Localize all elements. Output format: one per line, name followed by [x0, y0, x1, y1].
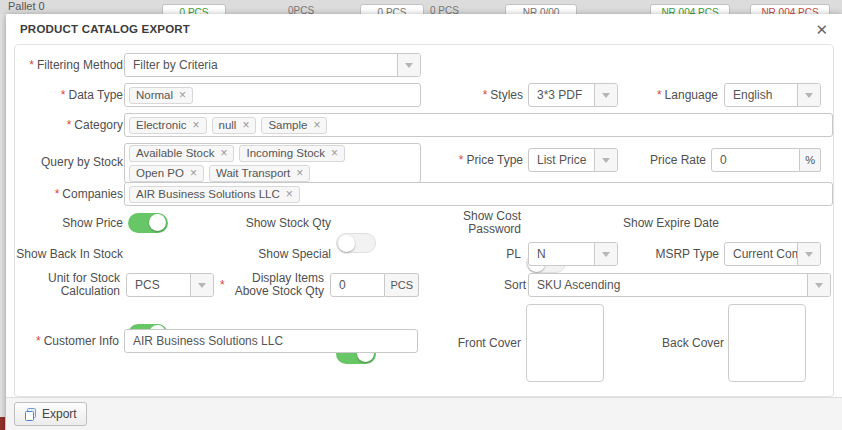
sort-select[interactable]: SKU Ascending — [528, 273, 831, 297]
tag: AIR Business Solutions LLC× — [129, 186, 300, 203]
required-asterisk: * — [29, 59, 34, 72]
sort-value: SKU Ascending — [529, 274, 807, 296]
companies-label: * Companies — [15, 182, 123, 206]
display-items-above-input[interactable]: 0 — [330, 273, 385, 297]
export-button[interactable]: Export — [14, 402, 87, 426]
customer-info-input[interactable]: AIR Business Solutions LLC — [124, 329, 418, 353]
show-special-label: Show Special — [215, 242, 331, 266]
form-panel: * Filtering Method Filter by Criteria * … — [14, 44, 834, 397]
filtering-method-label: * Filtering Method — [15, 53, 123, 77]
show-back-in-stock-label: Show Back In Stock — [15, 242, 123, 266]
display-items-above-label: * Display Items Above Stock Qty — [220, 271, 324, 299]
back-cover-upload-box[interactable] — [728, 304, 806, 382]
required-asterisk: * — [67, 119, 72, 132]
unit-for-stock-select[interactable]: PCS — [126, 273, 214, 297]
data-type-label: * Data Type — [15, 83, 123, 107]
msrp-type-value: Current Com... — [725, 243, 797, 265]
required-asterisk: * — [61, 89, 66, 102]
sort-label: Sort — [435, 273, 526, 297]
dropdown-arrow-icon[interactable] — [797, 84, 820, 106]
tag: Open PO× — [129, 165, 204, 182]
dialog-footer: Export — [6, 397, 842, 430]
dropdown-arrow-icon[interactable] — [797, 243, 820, 265]
tag: Sample× — [261, 117, 327, 134]
query-by-stock-taginput[interactable]: Available Stock× Incoming Stock× Open PO… — [124, 143, 421, 183]
show-price-toggle[interactable] — [128, 213, 168, 233]
show-stock-qty-label: Show Stock Qty — [215, 212, 331, 234]
back-cover-label: Back Cover — [635, 331, 724, 355]
price-rate-input[interactable]: 0 — [711, 148, 800, 172]
show-expire-date-label: Show Expire Date — [605, 212, 719, 234]
language-label: * Language — [628, 83, 718, 107]
front-cover-label: Front Cover — [435, 331, 521, 355]
msrp-type-label: MSRP Type — [605, 242, 719, 266]
dropdown-arrow-icon[interactable] — [594, 149, 617, 171]
tag: Electronic× — [129, 117, 207, 134]
required-asterisk: * — [657, 89, 662, 102]
companies-taginput[interactable]: AIR Business Solutions LLC× — [124, 182, 833, 206]
price-type-label: * Price Type — [435, 148, 523, 172]
background-cell: NR 004 PCS — [650, 4, 730, 14]
tag-remove-icon[interactable]: × — [190, 167, 197, 179]
styles-select[interactable]: 3*3 PDF — [528, 83, 618, 107]
tag: null× — [212, 117, 257, 134]
background-cell: NR 0/00 — [505, 4, 577, 14]
tag: Normal× — [129, 87, 193, 104]
background-cell: 0PCS — [288, 5, 314, 14]
dialog-title: PRODUCT CATALOG EXPORT — [20, 23, 190, 35]
price-rate-suffix: % — [800, 148, 821, 172]
query-by-stock-label: Query by Stock — [15, 143, 123, 181]
tag-remove-icon[interactable]: × — [313, 119, 320, 131]
tag: Wait Transport× — [209, 165, 310, 182]
price-type-value: List Price — [529, 149, 594, 171]
tag-remove-icon[interactable]: × — [331, 147, 338, 159]
display-items-above-group: 0 PCS — [330, 273, 419, 297]
pallet-label: Pallet 0 — [8, 0, 45, 12]
required-asterisk: * — [36, 335, 41, 348]
dropdown-arrow-icon[interactable] — [397, 54, 420, 76]
show-price-label: Show Price — [15, 212, 123, 234]
display-items-above-suffix: PCS — [385, 273, 419, 297]
customer-info-label: * Customer Info — [15, 329, 119, 353]
tag: Incoming Stock× — [239, 145, 345, 162]
product-catalog-export-dialog: PRODUCT CATALOG EXPORT ✕ * Filtering Met… — [6, 14, 842, 430]
tag-remove-icon[interactable]: × — [286, 188, 293, 200]
category-label: * Category — [15, 113, 123, 137]
background-cell: 0 PCS — [430, 5, 459, 14]
unit-for-stock-label: Unit for Stock Calculation — [15, 271, 120, 299]
front-cover-upload-box[interactable] — [526, 304, 604, 382]
filtering-method-value: Filter by Criteria — [125, 54, 397, 76]
close-icon[interactable]: ✕ — [815, 22, 828, 37]
unit-for-stock-value: PCS — [127, 274, 190, 296]
show-cost-password-label: Show Cost Password — [445, 206, 521, 240]
msrp-type-select[interactable]: Current Com... — [724, 242, 821, 266]
toggle-knob — [149, 214, 166, 231]
tag-remove-icon[interactable]: × — [242, 119, 249, 131]
required-asterisk: * — [220, 279, 225, 292]
tag-remove-icon[interactable]: × — [179, 89, 186, 101]
category-taginput[interactable]: Electronic× null× Sample× — [124, 113, 833, 137]
required-asterisk: * — [459, 154, 464, 167]
language-select[interactable]: English — [724, 83, 821, 107]
export-button-label: Export — [42, 407, 77, 421]
export-copy-icon — [24, 408, 37, 421]
background-cell: 0 PCS — [162, 4, 226, 14]
tag-remove-icon[interactable]: × — [193, 119, 200, 131]
styles-value: 3*3 PDF — [529, 84, 594, 106]
pl-label: PL — [445, 242, 521, 266]
price-rate-label: Price Rate — [615, 148, 706, 172]
background-cell: 0 PCS — [360, 4, 424, 14]
dialog-header: PRODUCT CATALOG EXPORT ✕ — [6, 14, 842, 44]
dropdown-arrow-icon[interactable] — [594, 84, 617, 106]
price-type-select[interactable]: List Price — [528, 148, 618, 172]
filtering-method-select[interactable]: Filter by Criteria — [124, 53, 421, 77]
background-table-strip: Pallet 0 0 PCS 0PCS 0 PCS 0 PCS NR 0/00 … — [0, 0, 842, 14]
show-stock-qty-toggle[interactable] — [336, 233, 376, 253]
background-cell: NR 004 PCS — [750, 4, 830, 14]
tag-remove-icon[interactable]: × — [296, 167, 303, 179]
data-type-taginput[interactable]: Normal× — [124, 83, 421, 107]
toggle-knob — [338, 235, 355, 252]
dropdown-arrow-icon[interactable] — [807, 274, 830, 296]
tag-remove-icon[interactable]: × — [220, 147, 227, 159]
dropdown-arrow-icon[interactable] — [190, 274, 213, 296]
